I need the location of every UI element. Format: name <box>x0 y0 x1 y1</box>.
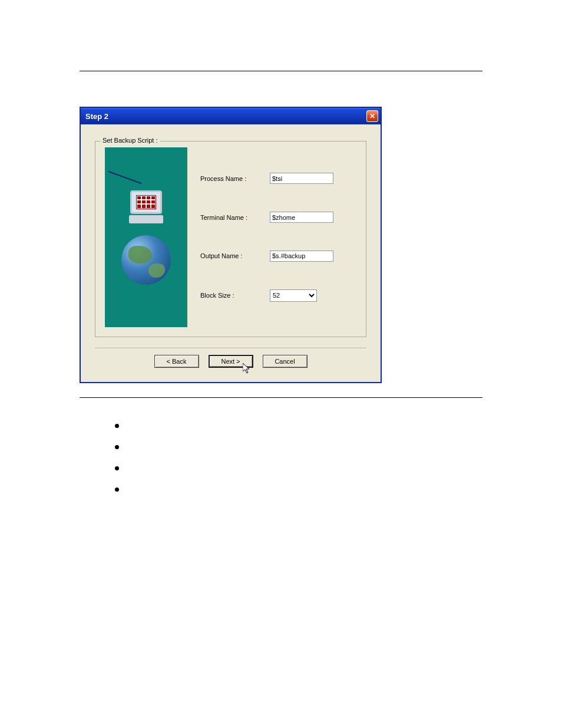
input-output-name[interactable] <box>270 251 333 262</box>
input-process-name[interactable] <box>270 173 333 184</box>
computer-icon <box>125 190 167 232</box>
cancel-button[interactable]: Cancel <box>263 355 308 368</box>
label-output-name: Output Name : <box>200 252 259 259</box>
row-terminal-name: Terminal Name : <box>200 212 354 223</box>
label-process-name: Process Name : <box>200 175 259 182</box>
list-item <box>115 443 482 464</box>
dialog-body: Set Backup Script : Proc <box>81 124 381 382</box>
globe-icon <box>121 235 171 285</box>
row-block-size: Block Size : 52 <box>200 289 354 302</box>
dialog-separator <box>95 348 366 349</box>
titlebar: Step 2 ✕ <box>81 108 381 124</box>
network-arrow-icon <box>108 171 141 184</box>
close-icon: ✕ <box>369 113 375 120</box>
wizard-image-panel <box>105 147 187 327</box>
label-terminal-name: Terminal Name : <box>200 214 259 221</box>
upper-rule <box>80 71 482 71</box>
list-item <box>115 485 482 506</box>
form-area: Process Name : Terminal Name : Output Na… <box>200 147 356 327</box>
bullet-list <box>115 421 482 506</box>
row-process-name: Process Name : <box>200 173 354 184</box>
next-button[interactable]: Next > <box>209 355 253 368</box>
label-block-size: Block Size : <box>200 292 259 299</box>
row-output-name: Output Name : <box>200 251 354 262</box>
input-terminal-name[interactable] <box>270 212 333 223</box>
groupbox-legend: Set Backup Script : <box>100 137 160 144</box>
dialog-step-2: Step 2 ✕ Set Backup Script : <box>80 107 382 383</box>
list-item <box>115 421 482 443</box>
backup-script-groupbox: Set Backup Script : Proc <box>95 141 366 337</box>
dialog-title: Step 2 <box>85 112 108 121</box>
list-item <box>115 464 482 485</box>
close-button[interactable]: ✕ <box>366 110 378 122</box>
lower-rule <box>80 397 482 398</box>
select-block-size[interactable]: 52 <box>270 289 317 302</box>
button-row: < Back Next > Cancel <box>95 355 366 377</box>
back-button[interactable]: < Back <box>154 355 199 368</box>
